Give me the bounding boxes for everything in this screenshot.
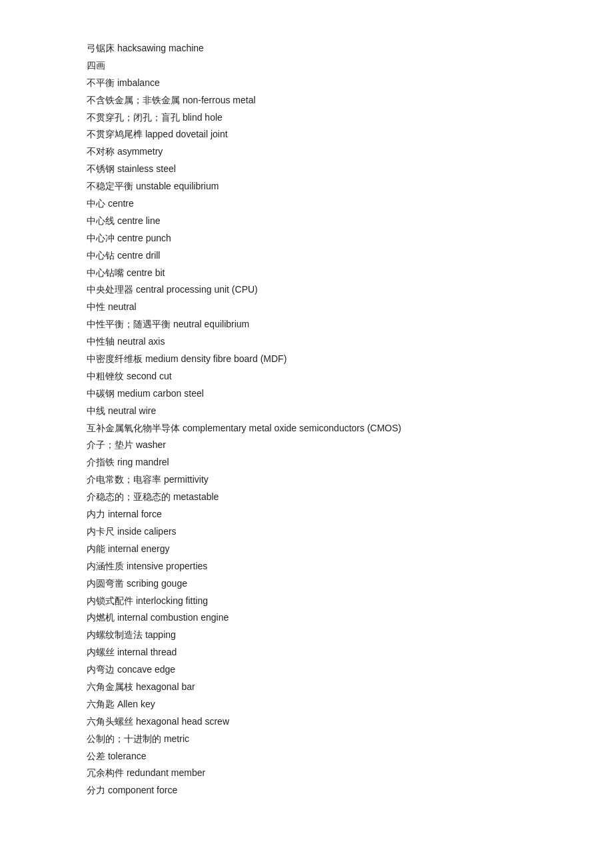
list-item: 内螺纹制造法 tapping: [87, 627, 526, 644]
list-item: 不贯穿鸠尾榫 lapped dovetail joint: [87, 126, 526, 143]
list-item: 不稳定平衡 unstable equilibrium: [87, 178, 526, 195]
entry-text: 内弯边 concave edge: [87, 664, 175, 675]
list-item: 中线 neutral wire: [87, 403, 526, 420]
list-item: 内螺丝 internal thread: [87, 644, 526, 661]
entry-text: 不稳定平衡 unstable equilibrium: [87, 181, 219, 191]
entry-text: 弓锯床 hacksawing machine: [87, 43, 204, 53]
entry-text: 中央处理器 central processing unit (CPU): [87, 284, 258, 295]
list-item: 不平衡 imbalance: [87, 75, 526, 92]
entry-text: 中心钻 centre drill: [87, 250, 160, 261]
list-item: 不含铁金属；非铁金属 non-ferrous metal: [87, 92, 526, 109]
entry-text: 六角匙 Allen key: [87, 699, 155, 709]
list-item: 不对称 asymmetry: [87, 143, 526, 161]
list-item: 内卡尺 inside calipers: [87, 523, 526, 541]
list-item: 中心冲 centre punch: [87, 230, 526, 247]
entry-text: 六角金属枝 hexagonal bar: [87, 681, 195, 692]
list-item: 公差 tolerance: [87, 748, 526, 765]
list-item: 六角匙 Allen key: [87, 696, 526, 713]
list-item: 中性平衡；随遇平衡 neutral equilibrium: [87, 316, 526, 333]
entry-text: 介稳态的；亚稳态的 metastable: [87, 491, 219, 502]
list-item: 内弯边 concave edge: [87, 661, 526, 679]
entry-text: 中心 centre: [87, 198, 134, 209]
entry-text: 内卡尺 inside calipers: [87, 526, 177, 537]
entry-text: 中性平衡；随遇平衡 neutral equilibrium: [87, 319, 249, 329]
entry-text: 介电常数；电容率 permittivity: [87, 474, 209, 485]
entry-text: 内能 internal energy: [87, 543, 170, 554]
list-item: 不锈钢 stainless steel: [87, 161, 526, 178]
entry-text: 中密度纤维板 medium density fibre board (MDF): [87, 353, 287, 364]
list-item: 中心线 centre line: [87, 213, 526, 230]
entry-text: 内圆弯凿 scribing gouge: [87, 578, 187, 589]
entry-text: 互补金属氧化物半导体 complementary metal oxide sem…: [87, 423, 401, 433]
list-item: 中粗锉纹 second cut: [87, 368, 526, 385]
entry-text: 不贯穿孔；闭孔；盲孔 blind hole: [87, 112, 223, 123]
list-item: 冗余构件 redundant member: [87, 765, 526, 782]
entry-text: 内燃机 internal combustion engine: [87, 612, 229, 623]
list-item: 四画: [87, 57, 526, 75]
list-item: 中心钻 centre drill: [87, 247, 526, 265]
list-item: 内锁式配件 interlocking fitting: [87, 593, 526, 610]
list-item: 介子；垫片 washer: [87, 437, 526, 454]
entry-text: 不含铁金属；非铁金属 non-ferrous metal: [87, 95, 256, 105]
list-item: 中密度纤维板 medium density fibre board (MDF): [87, 351, 526, 368]
entry-text: 中线 neutral wire: [87, 405, 156, 416]
list-item: 内能 internal energy: [87, 541, 526, 558]
list-item: 内圆弯凿 scribing gouge: [87, 575, 526, 593]
entry-text: 公制的；十进制的 metric: [87, 733, 189, 744]
entry-text: 内锁式配件 interlocking fitting: [87, 595, 208, 606]
list-item: 互补金属氧化物半导体 complementary metal oxide sem…: [87, 420, 526, 437]
entry-text: 中粗锉纹 second cut: [87, 371, 172, 381]
entry-text: 中碳钢 medium carbon steel: [87, 388, 204, 399]
entry-text: 不对称 asymmetry: [87, 146, 163, 157]
entry-text: 介指铁 ring mandrel: [87, 457, 169, 467]
entry-text: 公差 tolerance: [87, 751, 146, 761]
list-item: 弓锯床 hacksawing machine: [87, 40, 526, 57]
entry-text: 四画: [87, 60, 105, 71]
list-item: 介指铁 ring mandrel: [87, 454, 526, 471]
entry-text: 不平衡 imbalance: [87, 77, 160, 88]
entry-text: 内螺丝 internal thread: [87, 647, 177, 657]
entry-text: 中心钻嘴 centre bit: [87, 267, 165, 278]
entry-text: 中心线 centre line: [87, 215, 160, 226]
entry-text: 冗余构件 redundant member: [87, 767, 205, 778]
list-item: 中性轴 neutral axis: [87, 333, 526, 351]
list-item: 分力 component force: [87, 782, 526, 799]
entry-text: 分力 component force: [87, 785, 177, 795]
list-item: 内燃机 internal combustion engine: [87, 609, 526, 627]
list-item: 介稳态的；亚稳态的 metastable: [87, 489, 526, 506]
entry-text: 中性 neutral: [87, 301, 137, 312]
list-item: 介电常数；电容率 permittivity: [87, 471, 526, 489]
entry-text: 介子；垫片 washer: [87, 439, 166, 450]
content-container: 弓锯床 hacksawing machine四画不平衡 imbalance不含铁…: [87, 40, 526, 799]
list-item: 公制的；十进制的 metric: [87, 731, 526, 748]
list-item: 不贯穿孔；闭孔；盲孔 blind hole: [87, 109, 526, 127]
list-item: 中心 centre: [87, 195, 526, 213]
entry-text: 中心冲 centre punch: [87, 233, 171, 243]
entry-text: 内涵性质 intensive properties: [87, 561, 207, 571]
entry-text: 六角头螺丝 hexagonal head screw: [87, 716, 229, 727]
entry-text: 内力 internal force: [87, 509, 162, 519]
list-item: 六角金属枝 hexagonal bar: [87, 679, 526, 696]
entry-text: 不贯穿鸠尾榫 lapped dovetail joint: [87, 129, 228, 139]
entry-text: 内螺纹制造法 tapping: [87, 629, 176, 640]
list-item: 中碳钢 medium carbon steel: [87, 385, 526, 403]
list-item: 内力 internal force: [87, 506, 526, 523]
list-item: 中央处理器 central processing unit (CPU): [87, 281, 526, 299]
entry-text: 中性轴 neutral axis: [87, 336, 165, 347]
list-item: 内涵性质 intensive properties: [87, 558, 526, 575]
list-item: 六角头螺丝 hexagonal head screw: [87, 713, 526, 731]
list-item: 中心钻嘴 centre bit: [87, 265, 526, 282]
list-item: 中性 neutral: [87, 299, 526, 316]
entry-text: 不锈钢 stainless steel: [87, 163, 176, 174]
